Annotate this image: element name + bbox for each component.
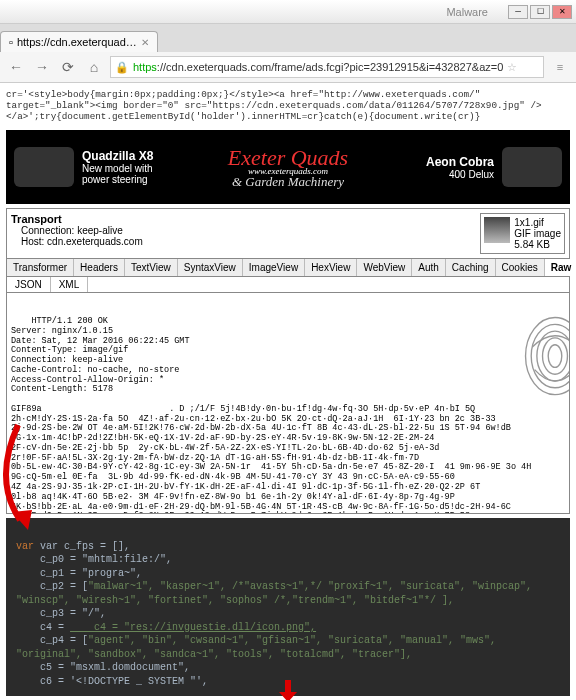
js-line: "original", "sandbox", "sandca~1", "tool… (16, 649, 412, 660)
js-line: c_p1 = "progra~", (16, 568, 142, 579)
transport-title: Transport (11, 213, 62, 225)
tab-close-icon[interactable]: ✕ (141, 37, 149, 48)
red-curved-arrow-icon (0, 420, 38, 540)
minimize-button[interactable]: ─ (508, 5, 528, 19)
gif-thumbnail (484, 217, 510, 243)
js-line: c_p2 = [ (16, 581, 88, 592)
banner-left-line1: New model with (82, 163, 214, 174)
raw-response[interactable]: HTTP/1.1 200 OK Server: nginx/1.0.15 Dat… (7, 293, 569, 513)
js-line: var c_fps = [], (40, 541, 130, 552)
atv-image-right (502, 147, 562, 187)
close-button[interactable]: ✕ (552, 5, 572, 19)
tab-auth[interactable]: Auth (412, 259, 446, 276)
banner-left-title: Quadzilla X8 (82, 149, 214, 163)
js-line: c_p0 = "mhtml:file:/", (16, 554, 172, 565)
browser-tabs: ▫ https://cdn.exeterquads.c... ✕ (0, 24, 576, 52)
js-line: c_p4 = [ (16, 635, 88, 646)
subtab-json[interactable]: JSON (7, 277, 51, 292)
maximize-button[interactable]: ☐ (530, 5, 550, 19)
banner-right-sub: 400 Delux (362, 169, 494, 180)
bookmark-icon[interactable]: ☆ (507, 61, 517, 74)
banner-logo-sub: & Garden Machinery (222, 176, 354, 188)
transport-connection: Connection: keep-alive (11, 225, 480, 236)
menu-button[interactable]: ≡ (550, 57, 570, 77)
js-line: c6 = '<!DOCTYPE _ SYSTEM "', (16, 676, 208, 687)
tab-raw[interactable]: Raw (545, 259, 576, 276)
ad-banner[interactable]: Quadzilla X8 New model with power steeri… (6, 130, 570, 204)
inspector-tabs: Transformer Headers TextView SyntaxView … (7, 259, 569, 277)
svg-point-4 (548, 345, 562, 368)
forward-button[interactable]: → (32, 57, 52, 77)
url-path: ://cdn.exeterquads.com/frame/ads.fcgi?pi… (157, 61, 503, 73)
browser-toolbar: ← → ⟳ ⌂ 🔒 https://cdn.exeterquads.com/fr… (0, 52, 576, 83)
js-line: c4 = "res://invguestie.dll/icon.png", (70, 622, 316, 633)
js-line: c_p3 = "/", (16, 608, 106, 619)
url-scheme: https (133, 61, 157, 73)
tab-webview[interactable]: WebView (357, 259, 412, 276)
svg-point-3 (542, 338, 567, 374)
browser-tab[interactable]: ▫ https://cdn.exeterquads.c... ✕ (0, 31, 158, 52)
raw-text: HTTP/1.1 200 OK Server: nginx/1.0.15 Dat… (11, 316, 531, 513)
window-label: Malware (446, 6, 488, 18)
back-button[interactable]: ← (6, 57, 26, 77)
tab-headers[interactable]: Headers (74, 259, 125, 276)
page-icon: ▫ (9, 36, 13, 48)
red-down-arrow-icon (279, 680, 297, 700)
tab-caching[interactable]: Caching (446, 259, 496, 276)
reload-button[interactable]: ⟳ (58, 57, 78, 77)
decoded-js-block: var var c_fps = [], c_p0 = "mhtml:file:/… (6, 518, 570, 696)
tab-transformer[interactable]: Transformer (7, 259, 74, 276)
address-bar[interactable]: 🔒 https://cdn.exeterquads.com/frame/ads.… (110, 56, 544, 78)
home-button[interactable]: ⌂ (84, 57, 104, 77)
page-source-snippet: cr='<style>body{margin:0px;padding:0px;}… (0, 83, 576, 128)
gif-filename: 1x1.gif (514, 217, 561, 228)
gif-size: 5.84 KB (514, 239, 561, 250)
atv-image-left (14, 147, 74, 187)
tab-textview[interactable]: TextView (125, 259, 178, 276)
subtab-xml[interactable]: XML (51, 277, 89, 292)
tab-cookies[interactable]: Cookies (496, 259, 545, 276)
banner-left-line2: power steering (82, 174, 214, 185)
tab-title: https://cdn.exeterquads.c... (17, 36, 137, 48)
js-line: "agent", "bin", "cwsand~1", "gfisan~1", … (88, 635, 496, 646)
svg-point-0 (525, 318, 569, 395)
tab-imageview[interactable]: ImageView (243, 259, 305, 276)
js-line: "winscp", "wiresh~1", "fortinet", "sopho… (16, 595, 454, 606)
inspector-panel: Transport Connection: keep-alive Host: c… (6, 208, 570, 514)
window-titlebar: Malware ─ ☐ ✕ (0, 0, 576, 24)
gif-type: GIF image (514, 228, 561, 239)
gif-info-box: 1x1.gif GIF image 5.84 KB (480, 213, 565, 254)
tab-syntaxview[interactable]: SyntaxView (178, 259, 243, 276)
banner-logo-text: Exeter Quads (222, 148, 354, 168)
tab-hexview[interactable]: HexView (305, 259, 357, 276)
banner-right-title: Aeon Cobra (362, 155, 494, 169)
fingerprint-icon (489, 303, 559, 388)
svg-rect-5 (285, 680, 291, 692)
transport-host: Host: cdn.exeterquads.com (11, 236, 480, 247)
lock-icon: 🔒 (115, 61, 129, 74)
js-line: "malwar~1", "kasper~1", /*"avasts~1",*/ … (88, 581, 532, 592)
js-line: c5 = "msxml.domdocument", (16, 662, 190, 673)
